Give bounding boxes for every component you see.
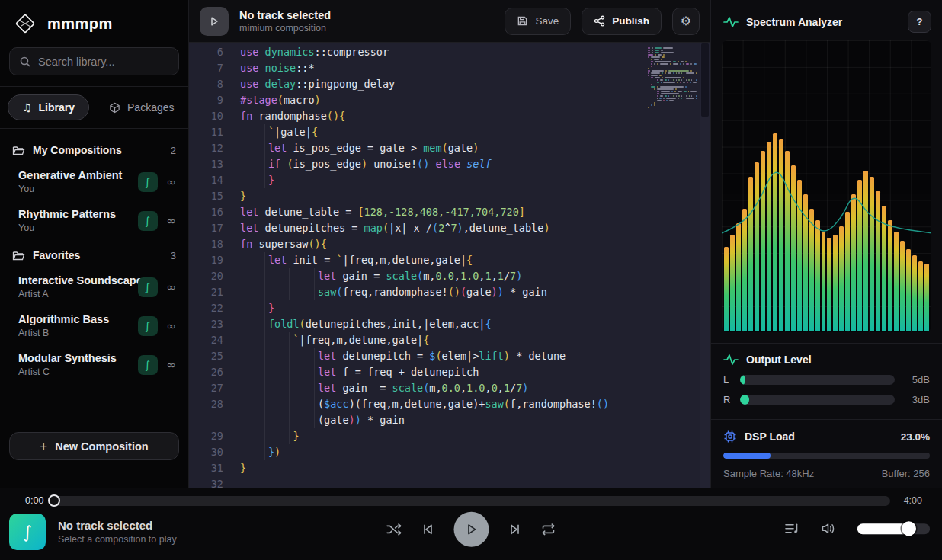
timeline: 0:00 4:00 [0,488,942,506]
next-button[interactable] [508,523,522,536]
composition-item[interactable]: Generative AmbientYou∫∞ [0,162,188,201]
code-line[interactable]: 11`|gate|{ [189,124,640,140]
mimium-badge-icon: ∫ [138,316,158,336]
queue-button[interactable] [784,522,799,535]
output-level-section: Output Level L 5dB R 3dB [711,343,942,405]
sidebar-sections: My Compositions2Generative AmbientYou∫∞R… [0,129,188,432]
folder-icon [12,145,25,156]
infinity-icon: ∞ [167,214,177,228]
code-line[interactable]: 27let gain = scale(m,0.0,1.0,0,1/7) [189,380,640,396]
code-line[interactable]: (gate)) * gain [189,412,640,428]
level-row-left: L 5dB [723,374,930,386]
code-line[interactable]: 19let init = `|freq,m,detune,gate|{ [189,252,640,268]
code-line[interactable]: 17let detunepitches = map(|x| x /(2^7),d… [189,220,640,236]
code-editor[interactable]: 6use dynamics::compressor7use noise::*8u… [189,43,710,488]
code-line[interactable]: 9#stage(macro) [189,92,640,108]
code-line[interactable]: 25let detunepitch = $(elem|>lift) * detu… [189,348,640,364]
output-level-title: Output Level [746,354,930,366]
scrollbar-thumb[interactable] [701,43,709,117]
code-line[interactable]: 14} [189,172,640,188]
editor-scrollbar[interactable] [700,43,710,488]
section-header[interactable]: My Compositions2 [0,135,188,162]
package-icon [109,102,120,114]
infinity-icon: ∞ [167,358,177,372]
now-playing: ∫ No track selected Select a composition… [9,514,177,550]
composition-item[interactable]: Algorithmic BassArtist B∫∞ [0,306,188,345]
code-line[interactable]: 24`|freq,m,detune,gate|{ [189,332,640,348]
help-button[interactable]: ? [908,11,931,33]
publish-button[interactable]: Publish [582,8,662,35]
composition-item[interactable]: Modular SynthesisArtist C∫∞ [0,345,188,384]
volume-handle[interactable] [902,521,916,536]
volume-icon[interactable] [821,522,836,535]
code-line[interactable]: 6use dynamics::compressor [189,44,640,60]
previous-button[interactable] [421,523,435,536]
new-composition-button[interactable]: + New Composition [9,432,179,460]
track-info: No track selected mimium composition [239,9,494,34]
code-line[interactable]: 20let gain = scale(m,0.0,1.0,1,1/7) [189,268,640,284]
mimium-badge-icon: ∫ [138,277,158,297]
sample-rate-label: Sample Rate: 48kHz [723,468,814,479]
share-icon [594,15,605,27]
buffer-label: Buffer: 256 [882,468,930,479]
search-box [9,47,179,75]
time-current: 0:00 [25,495,43,506]
level-meter-left [740,375,895,385]
code-line[interactable]: 30}) [189,444,640,460]
code-line[interactable]: 32 [189,476,640,488]
code-line[interactable]: 28($acc)(freq,m,detune,gate)+saw(f,rando… [189,396,640,412]
settings-button[interactable]: ⚙ [672,8,700,35]
code-line[interactable]: 12let is_pos_edge = gate > mem(gate) [189,140,640,156]
code-line[interactable]: 15} [189,188,640,204]
code-line[interactable]: 29} [189,428,640,444]
tab-packages[interactable]: Packages [95,95,187,120]
spectrum-header: Spectrum Analyzer ? [711,0,942,40]
seek-handle[interactable] [48,494,60,507]
code-line[interactable]: 26let f = freq + detunepitch [189,364,640,380]
editor-minimap[interactable] [648,47,698,111]
search-icon [19,56,31,68]
code-line[interactable]: 8use delay::pingpong_delay [189,76,640,92]
code-line[interactable]: 23foldl(detunepitches,init,|elem,acc|{ [189,316,640,332]
dsp-title: DSP Load [745,430,893,443]
code-line[interactable]: 22} [189,300,640,316]
save-button[interactable]: Save [505,8,571,35]
level-meter-right [740,395,895,405]
code-line[interactable]: 13if (is_pos_edge) unoise!() else self [189,156,640,172]
spectrum-envelope-curve [722,40,931,332]
infinity-icon: ∞ [167,280,177,294]
composition-item[interactable]: Rhythmic PatternsYou∫∞ [0,201,188,240]
gear-icon: ⚙ [681,14,691,28]
play-button[interactable] [454,512,489,547]
code-content[interactable]: 6use dynamics::compressor7use noise::*8u… [189,44,640,488]
folder-icon [12,250,25,261]
time-total: 4:00 [904,495,922,506]
now-playing-subtitle: Select a composition to play [58,534,177,545]
plus-icon: + [40,439,47,454]
search-input[interactable] [38,56,169,68]
repeat-button[interactable] [541,523,556,536]
shuffle-button[interactable] [386,523,402,536]
pulse-icon [723,16,739,28]
composition-item[interactable]: Interactive SoundscapeArtist A∫∞ [0,267,188,306]
transport-controls [386,512,556,547]
section-header[interactable]: Favorites3 [0,240,188,267]
volume-slider[interactable] [857,523,930,534]
code-line[interactable]: 18fn supersaw(){ [189,236,640,252]
dsp-section: DSP Load 23.0% Sample Rate: 48kHz Buffer… [711,419,942,479]
music-note-icon: ♫ [22,101,32,114]
header-play-button[interactable] [200,7,229,36]
level-db-left: 5dB [902,374,930,386]
seek-bar[interactable] [50,496,889,506]
analysis-panel: Spectrum Analyzer ? Output Level L [710,0,942,488]
infinity-icon: ∞ [167,175,177,189]
tab-library[interactable]: ♫ Library [8,94,89,120]
code-line[interactable]: 16let detune_table = [128,-128,408,-417,… [189,204,640,220]
code-line[interactable]: 31} [189,460,640,476]
editor-header: No track selected mimium composition Sav… [189,0,710,43]
level-row-right: R 3dB [723,394,930,405]
code-line[interactable]: 7use noise::* [189,60,640,76]
code-line[interactable]: 21saw(freq,randomphase!()(gate)) * gain [189,284,640,300]
code-line[interactable]: 10fn randomphase(){ [189,108,640,124]
spectrum-display [722,40,931,332]
